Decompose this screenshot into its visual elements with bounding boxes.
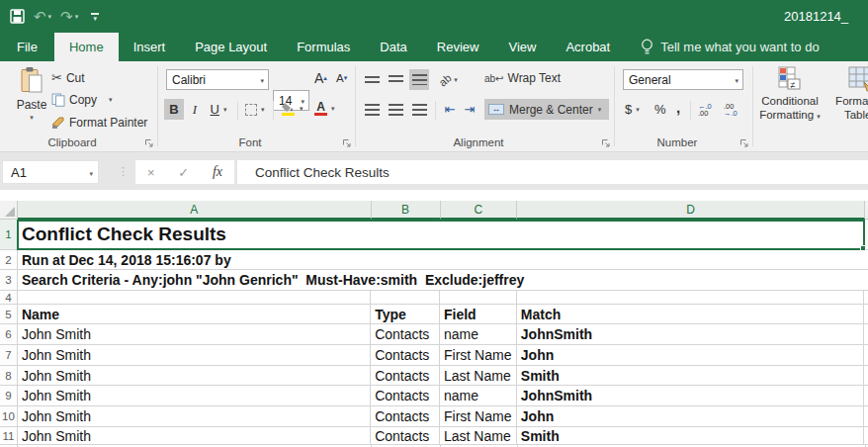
comma-style-button[interactable]: ,: [674, 97, 682, 118]
cell-d5[interactable]: Match: [517, 305, 864, 323]
formula-bar-grip[interactable]: ⋮: [118, 165, 129, 178]
cell-b10[interactable]: Contacts: [371, 406, 440, 426]
copy-dropdown-icon[interactable]: ▾: [109, 96, 113, 104]
cancel-entry-icon[interactable]: ×: [147, 165, 155, 180]
column-header-b[interactable]: B: [372, 201, 441, 220]
formula-input[interactable]: Conflict Check Results: [237, 160, 868, 184]
tab-data[interactable]: Data: [365, 33, 421, 61]
number-format-dropdown-icon[interactable]: ▾: [735, 77, 738, 85]
copy-button[interactable]: Copy ▾: [51, 93, 113, 107]
cell-a8[interactable]: John Smith: [18, 366, 371, 385]
name-box[interactable]: A1 ▾: [2, 160, 99, 184]
confirm-entry-icon[interactable]: ✓: [178, 165, 189, 180]
cell-b5[interactable]: Type: [371, 305, 440, 323]
column-header-a[interactable]: A: [18, 201, 372, 220]
fill-color-dropdown-icon[interactable]: ▾: [300, 105, 304, 113]
customize-qat-button[interactable]: ▾: [91, 13, 99, 21]
cell-d9[interactable]: JohnSmith: [517, 386, 864, 405]
undo-dropdown-icon[interactable]: ▾: [48, 13, 52, 20]
cell-d10[interactable]: John: [517, 406, 864, 426]
row-header-4[interactable]: 4: [0, 291, 18, 304]
cell-a6[interactable]: John Smith: [18, 324, 371, 344]
tab-review[interactable]: Review: [422, 33, 494, 61]
row-header-1[interactable]: 1: [0, 220, 18, 249]
row-header-8[interactable]: 8: [0, 366, 18, 385]
font-family-dropdown-icon[interactable]: ▾: [260, 77, 264, 85]
undo-button[interactable]: ↶▾: [34, 9, 51, 24]
row-header-11[interactable]: 11: [0, 427, 18, 444]
name-box-dropdown-icon[interactable]: ▾: [89, 170, 93, 178]
tab-page-layout[interactable]: Page Layout: [180, 33, 282, 61]
cell-a7[interactable]: John Smith: [18, 345, 371, 365]
decrease-indent-button[interactable]: ⇤: [441, 99, 459, 120]
tab-home[interactable]: Home: [54, 33, 119, 61]
underline-button[interactable]: U▾: [205, 99, 232, 120]
top-align-button[interactable]: [362, 69, 382, 90]
cell-a9[interactable]: John Smith: [18, 386, 371, 405]
tab-file[interactable]: File: [0, 33, 54, 61]
cell-d8[interactable]: Smith: [517, 366, 864, 385]
column-header-c[interactable]: C: [441, 201, 518, 220]
font-dialog-launcher-icon[interactable]: [342, 137, 352, 147]
row-header-7[interactable]: 7: [0, 345, 18, 365]
decrease-decimal-button[interactable]: .00→.0: [722, 99, 739, 120]
tab-insert[interactable]: Insert: [119, 33, 181, 61]
shrink-font-button[interactable]: A▾: [336, 72, 347, 84]
orientation-button[interactable]: ab ▾: [437, 69, 460, 90]
format-as-table-button[interactable]: Format asTable ▾: [825, 66, 868, 124]
borders-dropdown-icon[interactable]: ▾: [261, 106, 265, 114]
accounting-format-button[interactable]: $▾: [623, 99, 642, 120]
cell-c9[interactable]: name: [440, 386, 517, 405]
insert-function-icon[interactable]: fx: [213, 164, 222, 180]
accounting-dropdown-icon[interactable]: ▾: [636, 106, 640, 114]
cell-a3[interactable]: Search Criteria - Any:john "John Genrich…: [18, 270, 868, 290]
redo-button[interactable]: ↷▾: [60, 9, 78, 24]
bold-button[interactable]: B: [164, 99, 184, 120]
clipboard-dialog-launcher-icon[interactable]: [144, 137, 154, 147]
cell-a2[interactable]: Run at Dec 14, 2018 15:16:07 by: [18, 250, 868, 269]
row-header-2[interactable]: 2: [0, 250, 18, 269]
cell-b9[interactable]: Contacts: [371, 386, 440, 405]
tab-acrobat[interactable]: Acrobat: [551, 33, 625, 61]
cell-d6[interactable]: JohnSmith: [517, 324, 864, 344]
format-painter-button[interactable]: Format Painter: [51, 116, 147, 130]
paste-dropdown-icon[interactable]: ▾: [30, 114, 34, 122]
select-all-corner[interactable]: [0, 201, 18, 220]
font-color-dropdown-icon[interactable]: ▾: [331, 105, 335, 113]
tab-formulas[interactable]: Formulas: [282, 33, 365, 61]
cell-c8[interactable]: Last Name: [440, 366, 517, 385]
font-family-combo[interactable]: Calibri ▾: [166, 69, 269, 90]
row-header-6[interactable]: 6: [0, 324, 18, 344]
row-header-3[interactable]: 3: [0, 270, 18, 290]
row-header-5[interactable]: 5: [0, 305, 18, 323]
font-color-button[interactable]: A ▾: [312, 98, 337, 119]
grow-font-button[interactable]: A▴: [314, 70, 327, 86]
conditional-formatting-button[interactable]: ≠ ConditionalFormatting ▾: [757, 66, 823, 124]
cell-a10[interactable]: John Smith: [18, 406, 371, 426]
cell-b6[interactable]: Contacts: [371, 324, 440, 344]
save-icon[interactable]: [10, 9, 25, 24]
bottom-align-button[interactable]: [409, 69, 429, 90]
cell-c7[interactable]: First Name: [440, 345, 517, 365]
italic-button[interactable]: I: [187, 99, 203, 120]
cell-d11[interactable]: Smith: [517, 427, 864, 444]
cell-c4[interactable]: [440, 291, 517, 304]
number-format-combo[interactable]: General ▾: [623, 69, 743, 90]
tell-me-box[interactable]: Tell me what you want to do: [641, 33, 819, 61]
cell-b8[interactable]: Contacts: [371, 366, 440, 385]
borders-button[interactable]: ▾: [243, 99, 267, 120]
row-header-10[interactable]: 10: [0, 406, 18, 426]
cell-b4[interactable]: [371, 291, 440, 304]
align-center-button[interactable]: [386, 99, 405, 120]
middle-align-button[interactable]: [386, 69, 405, 90]
percent-style-button[interactable]: %: [652, 99, 668, 120]
alignment-dialog-launcher-icon[interactable]: [601, 137, 611, 147]
cell-d4[interactable]: [517, 291, 864, 304]
fill-color-button[interactable]: ▾: [279, 98, 305, 119]
cell-b7[interactable]: Contacts: [371, 345, 440, 365]
orientation-dropdown-icon[interactable]: ▾: [454, 76, 458, 84]
column-header-d[interactable]: D: [517, 201, 865, 220]
cell-c5[interactable]: Field: [440, 305, 517, 323]
cell-c6[interactable]: name: [440, 324, 517, 344]
redo-dropdown-icon[interactable]: ▾: [75, 13, 79, 20]
